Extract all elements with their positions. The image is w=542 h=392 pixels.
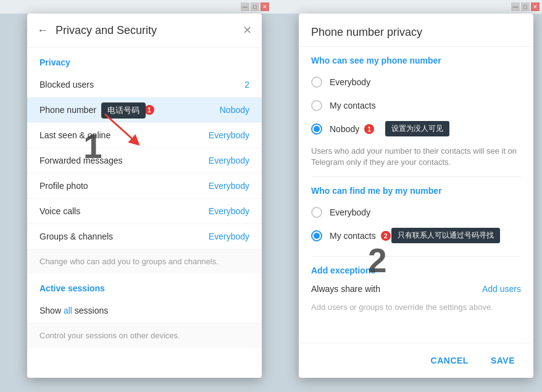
always-share-with-label: Always share with	[311, 284, 482, 294]
who-can-see-section: Who can see my phone number Everybody My…	[299, 47, 533, 177]
radio-circle	[311, 207, 322, 218]
right-window-controls: — □ ✕	[511, 2, 542, 11]
setting-item-last-seen[interactable]: Last seen & online Everybody	[27, 123, 262, 148]
show-sessions-text: Show all sessions	[40, 306, 249, 315]
setting-value: Everybody	[209, 231, 249, 241]
add-exceptions-label: Add exceptions	[299, 257, 533, 278]
nobody-cn-tooltip: 设置为没人可见	[385, 121, 449, 136]
sessions-desc: Control your sessions on other devices.	[27, 323, 262, 348]
setting-item-profile-photo[interactable]: Profile photo Everybody	[27, 173, 262, 199]
dialog-header: ← Privacy and Security ✕	[27, 14, 262, 48]
setting-name: Blocked users	[40, 80, 244, 90]
setting-name: Voice calls	[40, 206, 209, 216]
setting-item-forwarded[interactable]: Forwarded messages Everybody	[27, 148, 262, 173]
radio-my-contacts-find[interactable]: My contacts 2 只有联系人可以通过号码寻找	[311, 224, 521, 248]
radio-circle	[311, 77, 322, 88]
nobody-annotation-badge: 1	[364, 124, 374, 134]
setting-value: Everybody	[209, 181, 249, 191]
blocked-users-badge: 2	[244, 80, 249, 90]
phone-privacy-dialog: Phone number privacy Who can see my phon…	[299, 14, 533, 378]
setting-item-groups-channels[interactable]: Groups & channels Everybody	[27, 224, 262, 249]
dialog-title: Privacy and Security	[56, 24, 235, 37]
phone-dialog-header: Phone number privacy	[299, 14, 533, 47]
radio-nobody-see[interactable]: Nobody 1 设置为没人可见	[311, 117, 521, 141]
active-sessions-label: Active sessions	[27, 273, 262, 298]
groups-desc: Change who can add you to groups and cha…	[27, 249, 262, 273]
dialog-footer: CANCEL SAVE	[299, 343, 533, 378]
setting-name: Last seen & online	[40, 130, 209, 140]
annotation-text: 电话号码	[107, 106, 140, 115]
radio-circle-selected-find	[311, 230, 322, 241]
phone-info-text: Users who add your number to their conta…	[311, 141, 521, 177]
left-titlebar: — □ ✕	[0, 0, 272, 14]
radio-everybody-find[interactable]: Everybody	[311, 201, 521, 224]
radio-circle	[311, 100, 322, 111]
setting-item-blocked-users[interactable]: Blocked users 2	[27, 72, 262, 98]
setting-item-phone-number[interactable]: Phone number 1 电话号码 Nobody	[27, 98, 262, 123]
privacy-security-dialog: ← Privacy and Security ✕ Privacy Blocked…	[27, 14, 262, 378]
back-button[interactable]: ←	[37, 24, 48, 37]
who-can-find-section: Who can find me by my number Everybody M…	[299, 177, 533, 248]
radio-label-everybody: Everybody	[330, 77, 370, 87]
setting-value: Nobody	[220, 105, 249, 115]
radio-my-contacts-see[interactable]: My contacts	[311, 94, 521, 117]
radio-label-nobody: Nobody	[330, 124, 359, 134]
dialog-close-button[interactable]: ✕	[243, 23, 252, 37]
left-maximize-btn[interactable]: □	[251, 2, 259, 11]
phone-annotation-tooltip: 电话号码	[101, 102, 146, 119]
who-can-find-label: Who can find me by my number	[311, 177, 521, 201]
add-users-button[interactable]: Add users	[482, 284, 521, 294]
annotation-badge-1: 1	[144, 105, 154, 115]
setting-name: Forwarded messages	[40, 156, 209, 165]
right-close-btn[interactable]: ✕	[531, 2, 540, 11]
setting-value: Everybody	[209, 130, 249, 140]
left-window-controls: — □ ✕	[241, 2, 272, 11]
exceptions-row: Always share with Add users	[299, 278, 533, 300]
left-minimize-btn[interactable]: —	[241, 2, 249, 11]
setting-value: Everybody	[209, 156, 249, 165]
radio-circle-selected	[311, 123, 322, 135]
my-contacts-annotation-badge: 2	[381, 231, 391, 241]
exceptions-desc: Add users or groups to override the sett…	[299, 300, 533, 320]
radio-label-my-contacts: My contacts	[330, 101, 376, 111]
setting-item-voice-calls[interactable]: Voice calls Everybody	[27, 199, 262, 224]
right-minimize-btn[interactable]: —	[511, 2, 520, 11]
privacy-section-label: Privacy	[27, 48, 262, 72]
setting-value: Everybody	[209, 206, 249, 216]
save-button[interactable]: SAVE	[485, 352, 521, 369]
right-titlebar: — □ ✕	[272, 0, 542, 14]
phone-dialog-title: Phone number privacy	[311, 26, 521, 39]
setting-item-show-sessions[interactable]: Show all sessions	[27, 298, 262, 323]
radio-everybody-see[interactable]: Everybody	[311, 70, 521, 94]
my-contacts-cn-tooltip: 只有联系人可以通过号码寻找	[391, 228, 500, 243]
who-can-see-label: Who can see my phone number	[311, 47, 521, 70]
cancel-button[interactable]: CANCEL	[425, 352, 475, 369]
setting-name: Profile photo	[40, 181, 209, 191]
radio-label-everybody-find: Everybody	[330, 207, 370, 217]
radio-label-my-contacts-find: My contacts	[330, 231, 376, 241]
setting-name: Groups & channels	[40, 231, 209, 241]
right-maximize-btn[interactable]: □	[521, 2, 530, 11]
dialog-content: Privacy Blocked users 2 Phone number 1 电…	[27, 48, 262, 378]
left-close-btn[interactable]: ✕	[261, 2, 269, 11]
